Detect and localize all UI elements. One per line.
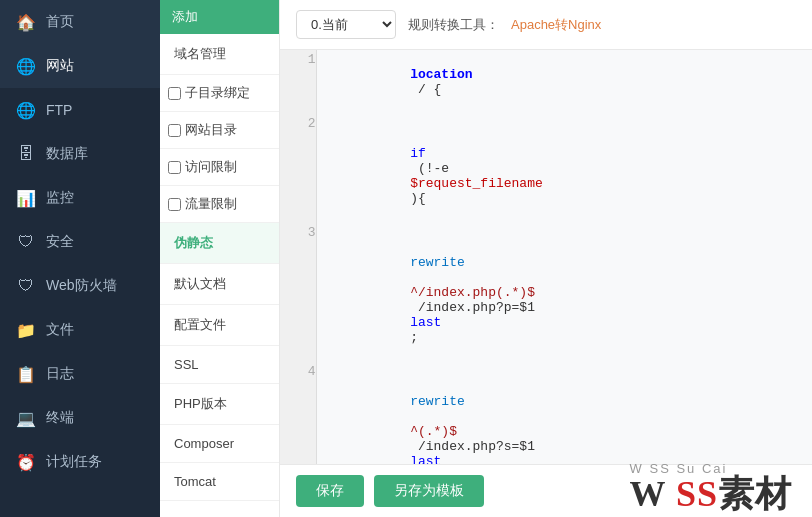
sub-menu: 添加 域名管理 子目录绑定 网站目录 访问限制 流量限制 伪静态 默认文档 配置… [160,0,280,517]
line-code-2: if (!-e $request_filename ){ [316,114,812,223]
sidebar-label-terminal: 终端 [46,409,74,427]
save-button[interactable]: 保存 [296,475,364,507]
sidebar-item-monitor[interactable]: 📊 监控 [0,176,160,220]
logs-icon: 📋 [16,364,36,384]
sidebar-label-waf: Web防火墙 [46,277,117,295]
code-table: 1 location / { 2 if (!-e $request_filena… [280,50,812,464]
ftp-icon: 🌐 [16,100,36,120]
line-num-1: 1 [280,50,316,114]
crontab-icon: ⏰ [16,452,36,472]
submenu-subdir-label: 子目录绑定 [185,84,250,102]
monitor-icon: 📊 [16,188,36,208]
code-editor[interactable]: 1 location / { 2 if (!-e $request_filena… [280,50,812,464]
sidebar-label-home: 首页 [46,13,74,31]
line-num-3: 3 [280,223,316,362]
submenu-traffic[interactable]: 流量限制 [160,186,279,223]
terminal-icon: 💻 [16,408,36,428]
submenu-add-button[interactable]: 添加 [160,0,279,34]
submenu-subdir[interactable]: 子目录绑定 [160,75,279,112]
code-line-1: 1 location / { [280,50,812,114]
files-icon: 📁 [16,320,36,340]
main-content: 0.当前 规则转换工具： Apache转Nginx 1 location / {… [280,0,812,517]
save-as-template-button[interactable]: 另存为模板 [374,475,484,507]
code-line-4: 4 rewrite ^(.*)$ /index.php?s=$1 last ; [280,362,812,464]
database-icon: 🗄 [16,144,36,164]
submenu-access[interactable]: 访问限制 [160,149,279,186]
watermark-main: W SS素材 [630,476,792,512]
sidebar-label-logs: 日志 [46,365,74,383]
submenu-traffic-label: 流量限制 [185,195,237,213]
tool-label: 规则转换工具： [408,16,499,34]
security-icon: 🛡 [16,232,36,252]
waf-icon: 🛡 [16,276,36,296]
submenu-webroot-label: 网站目录 [185,121,237,139]
website-icon: 🌐 [16,56,36,76]
watermark: W SS Su Cai W SS素材 [630,461,792,512]
submenu-tomcat[interactable]: Tomcat [160,463,279,501]
sidebar-item-files[interactable]: 📁 文件 [0,308,160,352]
sidebar-label-security: 安全 [46,233,74,251]
sidebar-label-files: 文件 [46,321,74,339]
submenu-composer[interactable]: Composer [160,425,279,463]
submenu-pseudostatic[interactable]: 伪静态 [160,223,279,264]
sidebar-label-monitor: 监控 [46,189,74,207]
code-line-2: 2 if (!-e $request_filename ){ [280,114,812,223]
sidebar-item-waf[interactable]: 🛡 Web防火墙 [0,264,160,308]
submenu-webroot[interactable]: 网站目录 [160,112,279,149]
sidebar-item-website[interactable]: 🌐 网站 [0,44,160,88]
submenu-phpver[interactable]: PHP版本 [160,384,279,425]
home-icon: 🏠 [16,12,36,32]
apache-to-nginx-link[interactable]: Apache转Nginx [511,16,601,34]
line-num-2: 2 [280,114,316,223]
sidebar: 🏠 首页 🌐 网站 🌐 FTP 🗄 数据库 📊 监控 🛡 安全 🛡 Web防火墙… [0,0,160,517]
submenu-access-label: 访问限制 [185,158,237,176]
sidebar-item-database[interactable]: 🗄 数据库 [0,132,160,176]
sidebar-label-database: 数据库 [46,145,88,163]
subdir-checkbox[interactable] [168,87,181,100]
sidebar-item-terminal[interactable]: 💻 终端 [0,396,160,440]
line-code-4: rewrite ^(.*)$ /index.php?s=$1 last ; [316,362,812,464]
sidebar-item-logs[interactable]: 📋 日志 [0,352,160,396]
sidebar-label-crontab: 计划任务 [46,453,102,471]
access-checkbox[interactable] [168,161,181,174]
line-code-1: location / { [316,50,812,114]
traffic-checkbox[interactable] [168,198,181,211]
sidebar-item-crontab[interactable]: ⏰ 计划任务 [0,440,160,484]
line-code-3: rewrite ^/index.php(.*)$ /index.php?p=$1… [316,223,812,362]
sidebar-item-security[interactable]: 🛡 安全 [0,220,160,264]
version-select[interactable]: 0.当前 [296,10,396,39]
submenu-configfile[interactable]: 配置文件 [160,305,279,346]
top-bar: 0.当前 规则转换工具： Apache转Nginx [280,0,812,50]
bottom-bar: 保存 另存为模板 W SS Su Cai W SS素材 [280,464,812,517]
sidebar-label-website: 网站 [46,57,74,75]
submenu-domain[interactable]: 域名管理 [160,34,279,75]
line-num-4: 4 [280,362,316,464]
webroot-checkbox[interactable] [168,124,181,137]
submenu-defaultdoc[interactable]: 默认文档 [160,264,279,305]
sidebar-label-ftp: FTP [46,102,72,118]
watermark-top: W SS Su Cai [630,461,792,476]
sidebar-item-ftp[interactable]: 🌐 FTP [0,88,160,132]
sidebar-item-home[interactable]: 🏠 首页 [0,0,160,44]
submenu-ssl[interactable]: SSL [160,346,279,384]
code-line-3: 3 rewrite ^/index.php(.*)$ /index.php?p=… [280,223,812,362]
